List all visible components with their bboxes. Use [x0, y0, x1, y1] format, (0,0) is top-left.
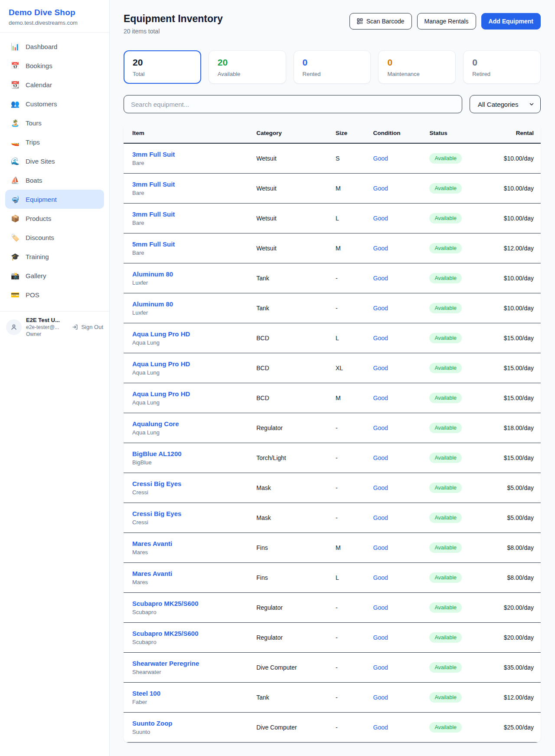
- column-header-category[interactable]: Category: [253, 123, 332, 143]
- sidebar-item-pos[interactable]: 💳 POS: [5, 285, 104, 304]
- rental-rate: $15.00/day: [504, 365, 534, 371]
- item-name-link[interactable]: BigBlue AL1200: [132, 450, 249, 457]
- gallery-icon: 📸: [10, 272, 20, 280]
- condition-link[interactable]: Good: [373, 155, 388, 162]
- status-badge: Available: [429, 632, 462, 643]
- item-name-link[interactable]: 3mm Full Suit: [132, 151, 249, 158]
- item-name-link[interactable]: 3mm Full Suit: [132, 210, 249, 218]
- sidebar-item-customers[interactable]: 👥 Customers: [5, 94, 104, 113]
- sidebar-item-label: Tours: [26, 119, 42, 127]
- item-name-link[interactable]: Scubapro MK25/S600: [132, 630, 249, 637]
- item-name-link[interactable]: Aqua Lung Pro HD: [132, 360, 249, 368]
- column-header-status[interactable]: Status: [426, 123, 490, 143]
- sidebar-item-label: Calendar: [26, 81, 52, 89]
- condition-link[interactable]: Good: [373, 514, 388, 521]
- condition-link[interactable]: Good: [373, 634, 388, 641]
- stat-card-maintenance[interactable]: 0 Maintenance: [378, 50, 456, 84]
- item-name-link[interactable]: Aqua Lung Pro HD: [132, 330, 249, 338]
- stat-card-total[interactable]: 20 Total: [124, 50, 201, 84]
- status-badge: Available: [429, 423, 462, 433]
- manage-rentals-button[interactable]: Manage Rentals: [417, 13, 476, 30]
- sidebar-item-calendar[interactable]: 📆 Calendar: [5, 75, 104, 94]
- condition-link[interactable]: Good: [373, 604, 388, 611]
- condition-link[interactable]: Good: [373, 724, 388, 731]
- item-name-link[interactable]: Aqualung Core: [132, 420, 249, 427]
- item-brand: Mares: [132, 579, 249, 585]
- column-header-size[interactable]: Size: [332, 123, 370, 143]
- item-category: Fins: [253, 532, 332, 562]
- stat-card-retired[interactable]: 0 Retired: [463, 50, 541, 84]
- condition-link[interactable]: Good: [373, 484, 388, 491]
- item-size: -: [332, 473, 370, 503]
- condition-link[interactable]: Good: [373, 335, 388, 342]
- item-name-link[interactable]: Cressi Big Eyes: [132, 480, 249, 487]
- condition-link[interactable]: Good: [373, 574, 388, 581]
- sidebar-item-dashboard[interactable]: 📊 Dashboard: [5, 37, 104, 56]
- rental-rate: $10.00/day: [504, 155, 534, 162]
- sidebar-item-bookings[interactable]: 📅 Bookings: [5, 56, 104, 75]
- item-size: -: [332, 622, 370, 652]
- condition-link[interactable]: Good: [373, 185, 388, 192]
- item-name-link[interactable]: Mares Avanti: [132, 570, 249, 577]
- sidebar-item-trips[interactable]: 🚤 Trips: [5, 132, 104, 151]
- stat-card-available[interactable]: 20 Available: [209, 50, 286, 84]
- item-name-link[interactable]: Shearwater Peregrine: [132, 660, 249, 667]
- sidebar-item-label: POS: [26, 291, 39, 299]
- item-name-link[interactable]: Scubapro MK25/S600: [132, 600, 249, 607]
- condition-link[interactable]: Good: [373, 694, 388, 701]
- item-name-link[interactable]: Steel 100: [132, 690, 249, 697]
- table-row: 3mm Full Suit Bare Wetsuit S Good Availa…: [124, 143, 541, 173]
- status-badge: Available: [429, 572, 462, 583]
- item-name-link[interactable]: Suunto Zoop: [132, 720, 249, 727]
- sidebar-item-equipment[interactable]: 🤿 Equipment: [5, 190, 104, 209]
- manage-rentals-label: Manage Rentals: [424, 18, 469, 25]
- item-category: BCD: [253, 323, 332, 353]
- products-icon: 📦: [10, 214, 20, 223]
- item-name-link[interactable]: Aluminum 80: [132, 300, 249, 308]
- condition-link[interactable]: Good: [373, 544, 388, 551]
- stat-card-rented[interactable]: 0 Rented: [294, 50, 371, 84]
- sidebar-item-boats[interactable]: ⛵ Boats: [5, 171, 104, 190]
- item-category: Dive Computer: [253, 652, 332, 682]
- condition-link[interactable]: Good: [373, 215, 388, 222]
- table-row: Suunto Zoop Suunto Dive Computer - Good …: [124, 712, 541, 742]
- condition-link[interactable]: Good: [373, 664, 388, 671]
- table-row: Aluminum 80 Luxfer Tank - Good Available…: [124, 293, 541, 323]
- sidebar-item-gallery[interactable]: 📸 Gallery: [5, 266, 104, 285]
- sign-out-button[interactable]: Sign Out: [72, 324, 103, 330]
- item-category: Regulator: [253, 622, 332, 652]
- condition-link[interactable]: Good: [373, 454, 388, 461]
- column-header-rental[interactable]: Rental: [491, 123, 541, 143]
- item-name-link[interactable]: Mares Avanti: [132, 540, 249, 547]
- sidebar-item-training[interactable]: 🎓 Training: [5, 247, 104, 266]
- sidebar-item-discounts[interactable]: 🏷️ Discounts: [5, 228, 104, 247]
- item-name-link[interactable]: Aluminum 80: [132, 270, 249, 278]
- add-equipment-button[interactable]: Add Equipment: [481, 13, 541, 30]
- sidebar-item-tours[interactable]: 🏝️ Tours: [5, 113, 104, 132]
- item-name-link[interactable]: Aqua Lung Pro HD: [132, 390, 249, 398]
- sidebar-item-products[interactable]: 📦 Products: [5, 209, 104, 228]
- item-name-link[interactable]: 3mm Full Suit: [132, 181, 249, 188]
- stat-label: Retired: [472, 71, 532, 77]
- condition-link[interactable]: Good: [373, 365, 388, 371]
- condition-link[interactable]: Good: [373, 245, 388, 252]
- user-meta: E2E Test U... e2e-tester@... Owner: [26, 317, 68, 337]
- column-header-item[interactable]: Item: [124, 123, 253, 143]
- condition-link[interactable]: Good: [373, 305, 388, 312]
- column-header-condition[interactable]: Condition: [370, 123, 426, 143]
- category-select[interactable]: All Categories: [470, 95, 541, 113]
- table-row: Steel 100 Faber Tank - Good Available $1…: [124, 682, 541, 712]
- item-size: M: [332, 383, 370, 413]
- shop-name[interactable]: Demo Dive Shop: [9, 8, 101, 17]
- main-content: Equipment Inventory 20 items total: [110, 0, 555, 756]
- sidebar-item-dive-sites[interactable]: 🌊 Dive Sites: [5, 151, 104, 171]
- item-name-link[interactable]: Cressi Big Eyes: [132, 510, 249, 517]
- search-input[interactable]: [131, 101, 455, 108]
- scan-barcode-label: Scan Barcode: [366, 18, 405, 25]
- item-name-link[interactable]: 5mm Full Suit: [132, 240, 249, 248]
- condition-link[interactable]: Good: [373, 424, 388, 431]
- scan-barcode-button[interactable]: Scan Barcode: [349, 13, 412, 30]
- condition-link[interactable]: Good: [373, 394, 388, 401]
- item-brand: Faber: [132, 699, 249, 705]
- condition-link[interactable]: Good: [373, 275, 388, 282]
